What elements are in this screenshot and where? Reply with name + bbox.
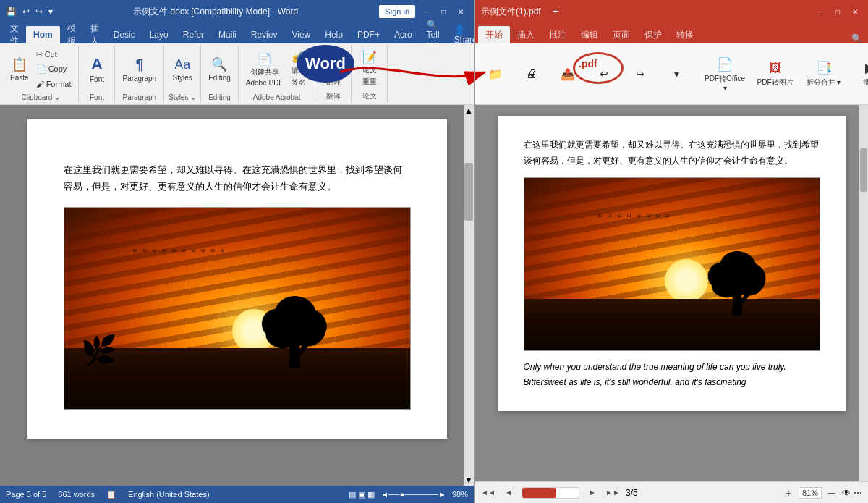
scroll-down-btn[interactable]: ▼ [464,474,474,486]
paper-button[interactable]: 📝 论文 重重 [358,46,381,90]
pdf-zoom-in-status-btn[interactable]: ─ [825,486,839,500]
pdf-last-page-btn[interactable]: ►► [605,486,620,500]
paper-icon: 📝 [362,50,377,64]
tab-word-review[interactable]: Reviev [244,26,285,43]
pdf-titlebar-left: 示例文件(1).pdf + [481,5,559,18]
word-ribbon: 📋 Paste ✂ Cut 📄 Copy 🖌 Format Clipboard … [0,43,474,105]
tree-right: 🌳 [254,300,335,365]
pdf-redo-icon: ↪ [636,68,644,80]
pdf-close-btn[interactable]: ✕ [848,4,862,19]
pdf-play-btn[interactable]: ▶ 播放 [853,48,868,99]
tab-word-help[interactable]: Help [318,26,350,43]
birds-word: ω ω ω ω ω ω ω ω ω ω [133,248,226,253]
tab-word-mailings[interactable]: Maili [211,26,244,43]
word-proofing-icon[interactable]: 📋 [106,490,116,499]
pdf-next-page-btn[interactable]: ► [585,486,600,500]
paper-buttons: 📝 论文 重重 [358,46,381,90]
word-redo-icon[interactable]: ↪ [35,7,43,17]
pdf-restore-btn[interactable]: □ [830,4,845,19]
pdf-tab-page[interactable]: 页面 [605,26,637,43]
sunset-image-pdf: 🌳 ω ω ω ω ω ω ω ω [524,178,820,350]
pdf-scrollbar-thumb[interactable] [860,148,867,192]
ribbon-group-styles: Aa Styles Styles ⌄ [164,45,201,103]
tab-word-view[interactable]: View [284,26,318,43]
editing-button[interactable]: 🔍 Editing [205,48,234,91]
font-button[interactable]: A Font [85,48,109,91]
pdf-scrollbar[interactable] [859,105,868,481]
tab-word-template[interactable]: 模板 [60,26,83,43]
pdf-prev-page-btn[interactable]: ◄ [501,486,516,500]
pdf-new-tab-btn[interactable]: + [553,5,559,18]
tab-word-acrobat[interactable]: Acro [387,26,420,43]
copy-button[interactable]: 📄 Copy [33,63,75,76]
word-undo-icon[interactable]: ↩ [22,7,30,17]
word-zoom-slider[interactable]: ◄──●──────► [380,490,446,499]
styles-button[interactable]: Aa Styles [170,48,195,91]
word-document-area: ▲ 在这里我们就更需要希望，却又难以寻得。在这充满恐惧的世界里，找到希望谈何容易… [0,105,474,486]
word-signin-button[interactable]: Sign in [378,4,416,19]
pdf-split-merge-btn[interactable]: 📑 拆分合并 ▾ [800,48,847,99]
word-statusbar-right: ▤ ▣ ▦ ◄──●──────► 98% [349,490,468,499]
word-title: 示例文件.docx [Compatibility Mode] - Word [53,6,378,18]
pdf-share-btn[interactable]: 📤 [550,48,585,99]
format-painter-button[interactable]: 🖌 Format [33,77,75,90]
pdf-print-btn[interactable]: 🖨 [514,48,549,99]
tab-word-tellme[interactable]: 🔍 Tell me [420,26,447,43]
word-document-image: 🌳 🌿 ω ω ω ω ω ω ω ω ω ω [64,207,411,410]
pdf-expand-btn[interactable]: ▾ [659,48,694,99]
paragraph-icon: ¶ [135,56,143,73]
tab-word-design[interactable]: Desic [106,26,142,43]
pdf-tab-comment[interactable]: 批注 [542,26,574,43]
word-minimize-btn[interactable]: ─ [419,4,433,19]
pdf-first-page-btn[interactable]: ◄◄ [481,486,495,500]
pdf-zoom-out-status-btn[interactable]: + [781,486,796,500]
font-group-label: Font [90,92,104,101]
pdf-statusbar-zoom: + 81% ─ 👁 ⋯ [781,486,862,500]
pdf-tab-protect[interactable]: 保护 [637,26,669,43]
pdf-undo-btn[interactable]: ↩ [587,48,621,99]
pdf-tab-convert[interactable]: 转换 [669,26,701,43]
editing-buttons: 🔍 Editing [205,46,234,92]
word-scrollbar[interactable] [464,105,474,486]
paragraph-label: Paragraph [122,75,156,83]
pdf-statusbar: ◄◄ ◄ ► ►► 3/5 + 81% ─ 👁 ⋯ [475,481,868,503]
pdf-options-icon[interactable]: ⋯ [854,488,862,498]
clipboard-buttons: 📋 Paste ✂ Cut 📄 Copy 🖌 Format [7,46,74,92]
pdf-tab-edit[interactable]: 编辑 [574,26,605,43]
font-buttons: A Font [85,46,109,92]
paragraph-button[interactable]: ¶ Paragraph [119,48,159,91]
tab-word-pdf[interactable]: PDF+ [350,26,387,43]
paste-button[interactable]: 📋 Paste [7,48,32,91]
tab-word-references[interactable]: Refer [176,26,211,43]
word-save-icon[interactable]: 💾 [6,7,17,17]
paste-icon: 📋 [12,56,27,72]
pdf-to-image-btn[interactable]: 🖼 PDF转图片 [752,48,799,99]
pdf-tab-start[interactable]: 开始 [478,26,510,43]
pdf-open-btn[interactable]: 📁 [478,48,513,99]
word-close-btn[interactable]: ✕ [454,4,468,19]
pdf-to-office-btn[interactable]: 📄 PDF转Office ▾ [699,48,750,99]
word-scrollbar-thumb[interactable] [464,163,473,221]
cut-button[interactable]: ✂ Cut [33,48,75,62]
create-shared-pdf-button[interactable]: 📄 创建共享 Adobe PDF [243,48,286,91]
pdf-to-image-icon: 🖼 [769,61,782,76]
adobe-create-icon: 📄 [258,52,272,66]
tab-word-insert[interactable]: 插人 [83,26,106,43]
pdf-document-area: 在这里我们就更需要希望，却又难以寻得。在这充满恐惧的世界里，找到希望谈何容易，但… [475,105,868,481]
pdf-redo-btn[interactable]: ↪ [623,48,658,99]
styles-buttons: Aa Styles [170,46,195,92]
tab-word-layout[interactable]: Layo [142,26,176,43]
pdf-view-icon[interactable]: 👁 [842,488,851,498]
pdf-tab-insert[interactable]: 插入 [510,26,542,43]
ribbon-group-clipboard: 📋 Paste ✂ Cut 📄 Copy 🖌 Format Clipboard … [3,45,79,103]
word-chinese-text: 在这里我们就更需要希望，却又难以寻得。在这充满恐惧的世界里，找到希望谈何容易，但… [64,161,411,195]
tab-word-home[interactable]: Hom [26,26,60,43]
scroll-up-btn[interactable]: ▲ [464,105,474,117]
word-layout-icons[interactable]: ▤ ▣ ▦ [349,490,375,499]
tab-word-file[interactable]: 文件 [3,26,26,43]
pdf-page-num: 3/5 [626,488,638,498]
pdf-minimize-btn[interactable]: ─ [813,4,827,19]
pdf-search-icon[interactable]: 🔍 [851,33,868,43]
word-restore-btn[interactable]: □ [436,4,451,19]
ribbon-group-font: A Font Font [79,45,115,103]
